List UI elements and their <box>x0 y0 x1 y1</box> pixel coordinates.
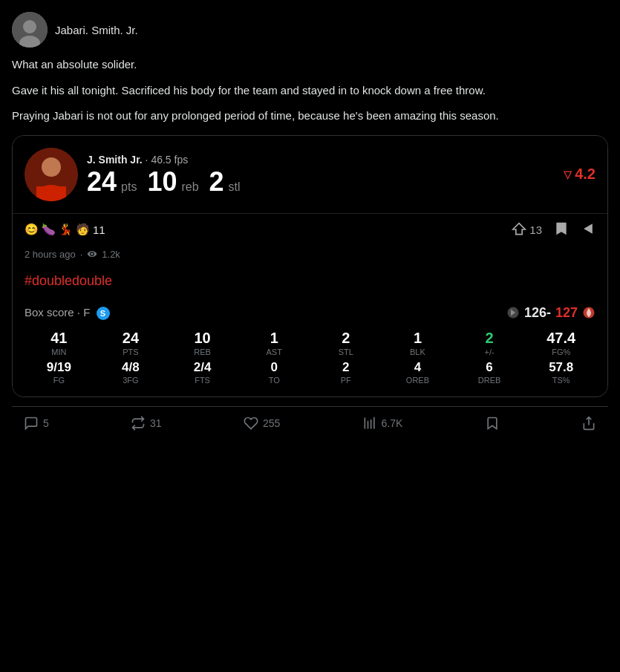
stat-stl: 2 STL <box>312 330 381 356</box>
stat-ast: 1 AST <box>240 330 309 356</box>
card-header: J. Smith Jr. · 46.5 fps 24 pts 10 reb 2 … <box>13 136 607 213</box>
bookmark-footer-icon <box>485 416 500 431</box>
dot-separator: · <box>80 249 83 260</box>
stat-pf: 2 PF <box>312 361 381 385</box>
stat-blk: 1 BLK <box>383 330 452 356</box>
bookmark-icon[interactable] <box>554 221 569 238</box>
stat-min: 41 MIN <box>25 330 94 356</box>
like-count: 255 <box>263 417 280 429</box>
stat-reb: 10 REB <box>168 330 237 356</box>
svg-marker-8 <box>584 224 593 233</box>
player-name-fps: J. Smith Jr. · 46.5 fps <box>87 154 555 166</box>
score-winning: 127 <box>555 305 578 321</box>
tweet-header: Jabari. Smith. Jr. <box>12 12 608 48</box>
score-delta-value: 4.2 <box>575 166 595 183</box>
player-pts-label: pts <box>121 180 137 194</box>
box-score-title-group: Box score · F S <box>25 306 110 320</box>
timestamp-views: 2 hours ago · 2 hours ago 1.2k <box>13 246 607 267</box>
views-footer-icon <box>362 416 377 431</box>
repost-icon <box>512 222 526 237</box>
tweet-container: Jabari. Smith. Jr. What an absolute soli… <box>0 0 620 440</box>
share-icon[interactable] <box>581 221 595 238</box>
box-score-stats-row1: 41 MIN 24 PTS 10 REB 1 AST 2 STL <box>25 330 595 356</box>
stat-3fg: 4/8 3FG <box>97 361 166 385</box>
score-badge: ▽ 4.2 <box>564 166 595 183</box>
like-icon <box>244 416 258 431</box>
player-card: J. Smith Jr. · 46.5 fps 24 pts 10 reb 2 … <box>12 135 608 398</box>
reactions-left: 😊 🍆 💃 🧑 11 <box>25 223 105 236</box>
svg-rect-6 <box>36 186 66 201</box>
stat-fg: 9/19 FG <box>25 361 94 385</box>
score-triangle-icon: ▽ <box>564 169 572 180</box>
reactions-right: 13 <box>512 221 595 238</box>
player-fps: 46.5 fps <box>151 154 188 166</box>
repost-count: 13 <box>529 224 542 236</box>
hashtag[interactable]: #doubledouble <box>25 273 112 288</box>
tweet-body: What an absolute solider. Gave it his al… <box>12 56 608 125</box>
person-emoji: 🧑 <box>76 223 90 236</box>
tweet-text-2: Gave it his all tonight. Sacrificed his … <box>12 82 608 100</box>
views-value: 1.2k <box>102 249 120 260</box>
svg-point-1 <box>23 20 36 33</box>
retweet-action[interactable]: 31 <box>131 416 162 431</box>
player-stl-label: stl <box>229 180 241 194</box>
svg-point-4 <box>42 157 61 177</box>
emoji-smiley-count[interactable]: 😊 🍆 💃 🧑 11 <box>25 223 105 236</box>
box-score-stats-row2: 9/19 FG 4/8 3FG 2/4 FTS 0 TO 2 PF <box>25 361 595 385</box>
player-stl-value: 2 <box>209 169 224 195</box>
player-info: J. Smith Jr. · 46.5 fps 24 pts 10 reb 2 … <box>87 154 555 195</box>
player-reb-value: 10 <box>147 169 177 195</box>
dancer-emoji: 💃 <box>59 223 73 236</box>
reply-count: 5 <box>43 417 49 429</box>
like-action[interactable]: 255 <box>244 416 280 431</box>
timestamp: 2 hours ago <box>25 249 76 260</box>
svg-marker-7 <box>513 224 526 235</box>
eggplant-emoji: 🍆 <box>42 223 56 236</box>
views-action[interactable]: 6.7K <box>362 416 403 431</box>
tweet-text-1: What an absolute solider. <box>12 56 608 74</box>
card-reactions: 😊 🍆 💃 🧑 11 13 <box>13 213 607 246</box>
player-name: J. Smith Jr. <box>87 154 143 166</box>
stat-to: 0 TO <box>240 361 309 385</box>
score-losing: 126- <box>524 305 551 321</box>
team-icon <box>506 306 520 319</box>
stat-oreb: 4 OREB <box>383 361 452 385</box>
box-score-header: Box score · F S 126-127 <box>25 305 595 321</box>
reply-icon <box>24 416 39 431</box>
smiley-emoji: 😊 <box>25 223 39 236</box>
reply-action[interactable]: 5 <box>24 416 49 431</box>
stat-plus-minus: 2 +/- <box>455 330 524 356</box>
stat-fg-pct: 47.4 FG% <box>526 330 595 356</box>
badge-s: S <box>97 307 110 320</box>
share-action[interactable] <box>581 416 596 431</box>
views-footer-count: 6.7K <box>382 417 403 429</box>
avatar[interactable] <box>12 12 48 48</box>
share-footer-icon <box>581 416 596 431</box>
tweet-text-3: Praying Jabari is not out for any prolon… <box>12 108 608 125</box>
stat-dreb: 6 DREB <box>455 361 524 385</box>
hashtag-section: #doubledouble <box>13 267 607 298</box>
stat-ts-pct: 57.8 TS% <box>526 361 595 385</box>
stat-fts: 2/4 FTS <box>168 361 237 385</box>
player-avatar <box>25 148 78 201</box>
username[interactable]: Jabari. Smith. Jr. <box>55 24 138 36</box>
views-icon <box>87 249 97 259</box>
player-reb-label: reb <box>181 180 198 194</box>
username-block: Jabari. Smith. Jr. <box>55 24 138 36</box>
box-score-title: Box score · F S <box>25 306 110 319</box>
tweet-actions: 5 31 255 6.7K <box>12 406 608 440</box>
retweet-icon <box>131 416 146 431</box>
stat-pts: 24 PTS <box>97 330 166 356</box>
player-stats-main: 24 pts 10 reb 2 stl <box>87 169 555 195</box>
retweet-count: 31 <box>150 417 162 429</box>
player-pts-value: 24 <box>87 169 117 195</box>
reaction-count: 11 <box>93 224 105 236</box>
bookmark-action[interactable] <box>485 416 500 431</box>
rockets-icon <box>582 306 595 319</box>
box-score-section: Box score · F S 126-127 <box>13 298 607 397</box>
game-score: 126-127 <box>506 305 595 321</box>
repost-icon-group[interactable]: 13 <box>512 222 542 237</box>
